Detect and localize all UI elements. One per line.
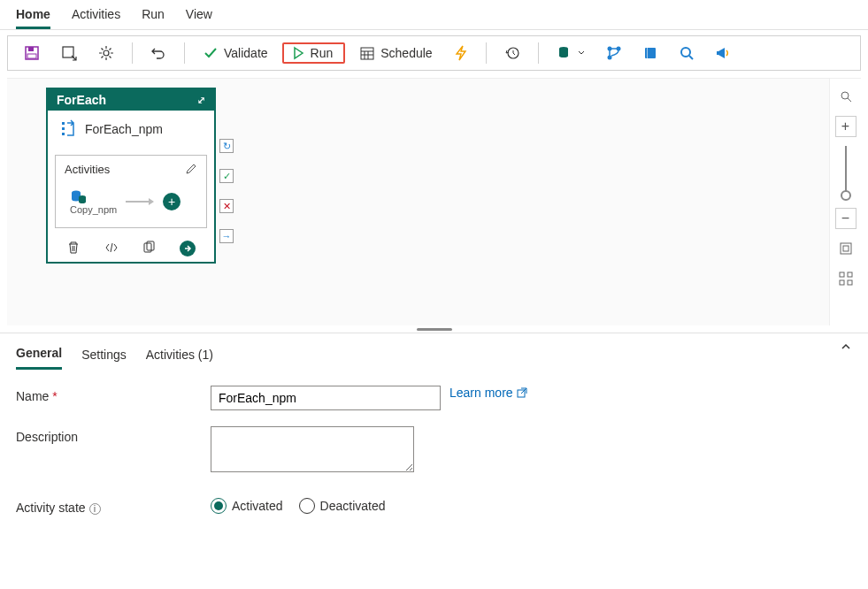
foreach-icon — [58, 119, 78, 139]
toolbar-separator — [184, 42, 185, 64]
connector-fail-icon[interactable]: ✕ — [219, 199, 234, 213]
tab-activities-count[interactable]: Activities (1) — [146, 344, 213, 369]
zoom-in-button[interactable]: + — [835, 116, 856, 137]
undo-icon — [150, 45, 166, 61]
chevron-up-icon — [840, 340, 852, 353]
add-activity-button[interactable]: + — [163, 193, 181, 210]
foreach-card-header: ForEach ⤢ — [48, 89, 214, 111]
book-icon — [643, 46, 657, 60]
validate-button[interactable]: Validate — [196, 42, 275, 65]
save-arrow-icon — [61, 45, 77, 61]
copy-icon[interactable] — [142, 241, 156, 255]
activity-state-label: Activity statei — [16, 497, 211, 515]
search-button[interactable] — [672, 42, 702, 65]
branch-button[interactable] — [599, 42, 629, 65]
canvas-area: ForEach ⤢ ForEach_npm Activities Copy_np… — [7, 78, 861, 325]
tab-settings[interactable]: Settings — [81, 344, 127, 369]
schedule-button[interactable]: Schedule — [352, 42, 439, 65]
book-button[interactable] — [636, 42, 664, 64]
connector-skip-icon[interactable]: → — [219, 229, 234, 243]
connector-handles: ↻ ✓ ✕ → — [219, 139, 234, 243]
svg-point-14 — [607, 56, 611, 60]
toolbar-separator — [132, 42, 133, 64]
svg-line-18 — [689, 56, 693, 59]
panel-tabs: General Settings Activities (1) — [16, 333, 852, 370]
svg-rect-30 — [841, 243, 851, 254]
proceed-icon[interactable] — [180, 241, 196, 256]
connector-loop-icon[interactable]: ↻ — [219, 139, 234, 153]
radio-deactivated-label: Deactivated — [320, 499, 386, 513]
description-input[interactable] — [211, 426, 414, 472]
history-icon — [504, 45, 520, 61]
canvas-search-button[interactable] — [835, 86, 856, 107]
search-icon — [679, 45, 695, 61]
svg-rect-2 — [27, 54, 36, 58]
tab-view[interactable]: View — [186, 4, 212, 29]
branch-icon — [606, 45, 622, 61]
edit-icon[interactable] — [185, 163, 197, 175]
svg-rect-1 — [28, 47, 34, 51]
activities-label: Activities — [65, 163, 110, 176]
validate-label: Validate — [224, 46, 268, 60]
svg-rect-33 — [848, 272, 852, 277]
activity-state-radio-group: Activated Deactivated — [211, 498, 386, 514]
canvas-tools: + − — [829, 79, 861, 325]
svg-rect-21 — [62, 127, 65, 130]
lightning-icon — [454, 45, 468, 61]
megaphone-icon — [716, 45, 732, 61]
svg-rect-15 — [645, 48, 656, 58]
foreach-activities-box: Activities Copy_npm + — [55, 155, 207, 228]
chevron-down-icon — [578, 50, 585, 57]
schedule-label: Schedule — [380, 46, 432, 60]
gear-icon — [98, 45, 114, 61]
undo-button[interactable] — [143, 42, 173, 65]
expand-icon[interactable]: ⤢ — [197, 95, 205, 106]
svg-rect-31 — [843, 246, 849, 251]
run-button[interactable]: Run — [282, 42, 346, 64]
layout-button[interactable] — [835, 268, 856, 289]
zoom-out-button[interactable]: − — [835, 208, 856, 229]
panel-resize-handle[interactable] — [0, 325, 868, 333]
history-button[interactable] — [497, 42, 527, 65]
pipeline-canvas[interactable]: ForEach ⤢ ForEach_npm Activities Copy_np… — [7, 78, 861, 325]
calendar-icon — [359, 45, 375, 61]
foreach-activity-card[interactable]: ForEach ⤢ ForEach_npm Activities Copy_np… — [46, 88, 216, 264]
card-action-bar — [48, 235, 214, 262]
delete-icon[interactable] — [66, 241, 81, 255]
announce-button[interactable] — [709, 42, 739, 65]
save-as-button[interactable] — [54, 42, 84, 65]
learn-more-link[interactable]: Learn more — [449, 386, 527, 400]
code-icon[interactable] — [104, 241, 119, 255]
layout-icon — [839, 272, 853, 286]
svg-rect-32 — [840, 272, 844, 277]
svg-rect-34 — [840, 280, 844, 285]
tab-general[interactable]: General — [16, 342, 62, 370]
top-tabs: Home Activities Run View — [0, 0, 868, 30]
svg-line-29 — [848, 98, 851, 102]
save-button[interactable] — [17, 42, 47, 65]
check-icon — [203, 45, 219, 61]
info-icon[interactable]: i — [89, 503, 101, 515]
run-label: Run — [311, 46, 334, 60]
connector-success-icon[interactable]: ✓ — [219, 169, 234, 183]
radio-deactivated[interactable]: Deactivated — [299, 498, 386, 514]
svg-point-12 — [607, 47, 611, 51]
external-link-icon — [517, 387, 527, 398]
name-label: Name * — [16, 386, 211, 403]
svg-rect-35 — [848, 280, 852, 285]
zoom-slider[interactable] — [845, 146, 847, 199]
database-icon — [557, 45, 572, 61]
tab-activities[interactable]: Activities — [72, 4, 120, 29]
tab-run[interactable]: Run — [142, 4, 165, 29]
collapse-panel-button[interactable] — [840, 340, 852, 353]
settings-button[interactable] — [91, 42, 121, 65]
svg-point-4 — [104, 50, 109, 56]
fit-screen-button[interactable] — [835, 238, 856, 259]
data-button[interactable] — [549, 42, 592, 65]
name-input[interactable] — [211, 386, 441, 410]
foreach-name: ForEach_npm — [85, 122, 163, 136]
radio-activated[interactable]: Activated — [211, 498, 283, 514]
lightning-button[interactable] — [447, 42, 475, 65]
tab-home[interactable]: Home — [16, 4, 50, 29]
toolbar: Validate Run Schedule — [7, 35, 861, 71]
